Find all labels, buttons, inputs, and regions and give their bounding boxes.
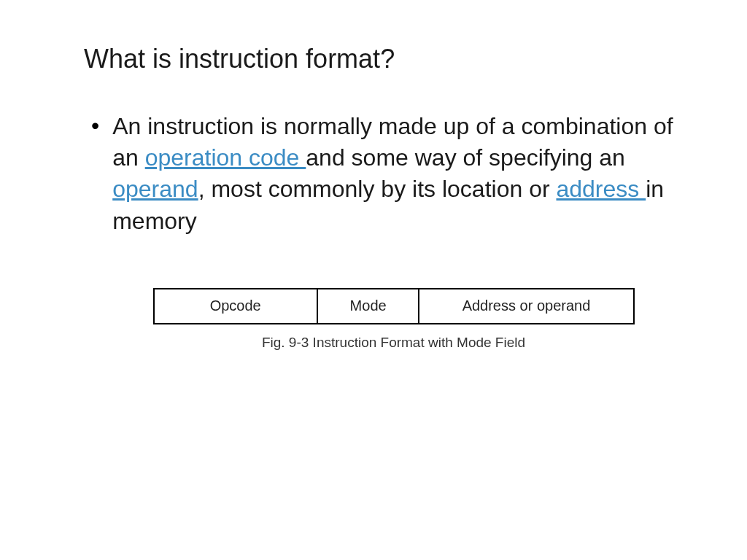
body-text-3: , most commonly by its location or: [198, 176, 557, 202]
bullet-item: • An instruction is normally made up of …: [91, 111, 674, 237]
slide-title: What is instruction format?: [84, 44, 674, 74]
bullet-marker: •: [91, 112, 99, 139]
instruction-format-table: Opcode Mode Address or operand: [153, 288, 635, 324]
cell-mode: Mode: [317, 289, 419, 324]
body-text-2: and some way of specifying an: [306, 144, 625, 171]
link-address[interactable]: address: [556, 176, 646, 202]
figure-container: Opcode Mode Address or operand Fig. 9-3 …: [128, 288, 659, 351]
body-paragraph: An instruction is normally made up of a …: [112, 111, 674, 237]
link-operation-code[interactable]: operation code: [145, 144, 306, 171]
cell-opcode: Opcode: [154, 289, 317, 324]
figure-caption: Fig. 9-3 Instruction Format with Mode Fi…: [128, 335, 659, 351]
link-operand[interactable]: operand: [112, 176, 198, 202]
table-row: Opcode Mode Address or operand: [154, 289, 634, 324]
cell-address: Address or operand: [419, 289, 633, 324]
